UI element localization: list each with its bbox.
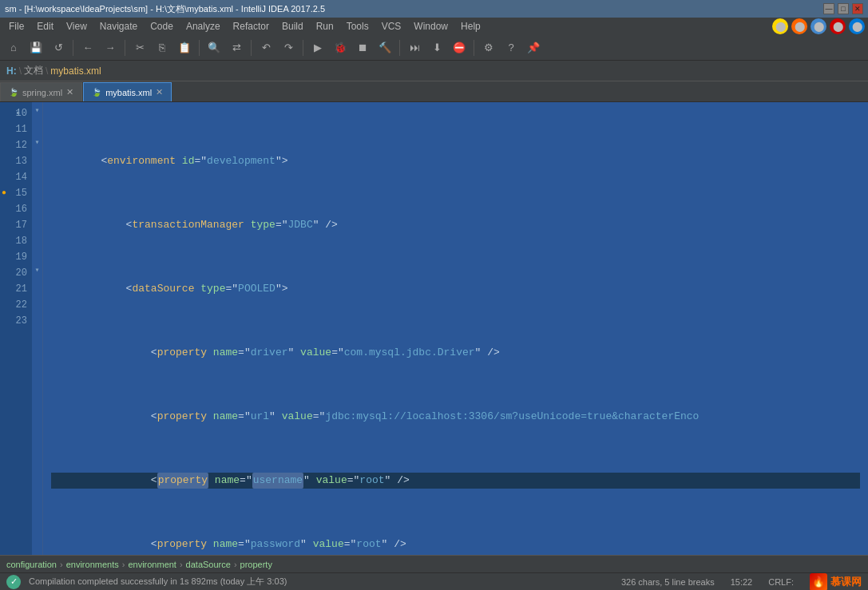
toolbar-step-over[interactable]: ⏭ bbox=[404, 38, 425, 58]
tab-mybatis-close[interactable]: ✕ bbox=[156, 87, 163, 97]
line-num-11: 11 bbox=[0, 121, 32, 137]
toolbar-separator-1 bbox=[73, 40, 73, 56]
spring-tab-icon: 🍃 bbox=[9, 88, 18, 97]
menu-refactor[interactable]: Refactor bbox=[228, 19, 275, 34]
menu-help[interactable]: Help bbox=[455, 19, 486, 34]
toolbar-replace[interactable]: ⇄ bbox=[226, 38, 247, 58]
breadcrumb-property[interactable]: property bbox=[240, 560, 272, 569]
breadcrumb-sep-1: › bbox=[60, 560, 63, 569]
fold-10[interactable]: ▾ bbox=[32, 102, 42, 118]
breadcrumb-environment[interactable]: environment bbox=[128, 560, 176, 569]
code-line-10: <environment id="development"> bbox=[51, 153, 860, 169]
toolbar-search[interactable]: 🔍 bbox=[204, 38, 224, 58]
safari-icon: ⬤ bbox=[811, 18, 826, 34]
line-num-12: 12 bbox=[0, 137, 32, 153]
chrome-icon: ⬤ bbox=[772, 18, 788, 34]
toolbar-step-into[interactable]: ⬇ bbox=[426, 38, 447, 58]
fold-17 bbox=[32, 214, 42, 230]
fold-20[interactable]: ▾ bbox=[32, 262, 42, 278]
toolbar-build[interactable]: 🔨 bbox=[375, 38, 395, 58]
toolbar-separator-5 bbox=[303, 40, 303, 56]
bottom-breadcrumb: configuration › environments › environme… bbox=[0, 555, 868, 572]
toolbar-extra[interactable]: 📌 bbox=[523, 38, 544, 58]
toolbar-separator-2 bbox=[125, 40, 125, 56]
path-sep-1: \ bbox=[19, 65, 22, 77]
window-controls: — □ ✕ bbox=[823, 3, 863, 14]
menu-window[interactable]: Window bbox=[408, 19, 454, 34]
menu-build[interactable]: Build bbox=[276, 19, 309, 34]
line-num-16: 16 bbox=[0, 201, 32, 217]
line-num-10: 10 bbox=[0, 105, 32, 121]
line-num-13: 13 bbox=[0, 153, 32, 169]
logo-icon: 🔥 bbox=[810, 573, 827, 591]
toolbar-help[interactable]: ? bbox=[501, 38, 521, 58]
toolbar-forward[interactable]: → bbox=[100, 38, 121, 58]
path-bar: H: \ 文档 \ mybatis.xml bbox=[0, 61, 868, 81]
menu-edit[interactable]: Edit bbox=[31, 19, 59, 34]
fold-16 bbox=[32, 198, 42, 214]
tab-spring-xml[interactable]: 🍃 spring.xml ✕ bbox=[0, 82, 82, 101]
fold-23 bbox=[32, 310, 42, 326]
title-bar: sm - [H:\workspace\IdeaProjects\sm] - H:… bbox=[0, 0, 868, 18]
maximize-button[interactable]: □ bbox=[838, 3, 849, 14]
line-num-19: 19 bbox=[0, 249, 32, 265]
ie-icon: ⬤ bbox=[849, 18, 865, 34]
menu-run[interactable]: Run bbox=[311, 19, 339, 34]
firefox-icon: ⬤ bbox=[791, 18, 807, 34]
toolbar-redo[interactable]: ↷ bbox=[278, 38, 299, 58]
status-encoding: CRLF: bbox=[768, 577, 794, 587]
toolbar-home[interactable]: ⌂ bbox=[3, 38, 24, 58]
toolbar-run[interactable]: ▶ bbox=[307, 38, 328, 58]
toolbar-stop[interactable]: ⏹ bbox=[352, 38, 373, 58]
menu-tools[interactable]: Tools bbox=[341, 19, 375, 34]
menu-analyze[interactable]: Analyze bbox=[180, 19, 226, 34]
tab-spring-close[interactable]: ✕ bbox=[66, 87, 73, 97]
line-num-18: 18 bbox=[0, 233, 32, 249]
breadcrumb-environments[interactable]: environments bbox=[66, 560, 119, 569]
code-line-11: <transactionManager type="JDBC" /> bbox=[51, 217, 860, 233]
toolbar-breakpoint[interactable]: ⛔ bbox=[449, 38, 470, 58]
code-line-13: <property name="driver" value="com.mysql… bbox=[51, 345, 860, 361]
code-editor[interactable]: <environment id="development"> <transact… bbox=[43, 102, 868, 555]
toolbar-debug[interactable]: 🐞 bbox=[330, 38, 351, 58]
menu-vcs[interactable]: VCS bbox=[376, 19, 407, 34]
tab-mybatis-xml[interactable]: 🍃 mybatis.xml ✕ bbox=[83, 82, 172, 101]
fold-gutter: ▾ ▾ ▾ bbox=[32, 102, 43, 555]
breadcrumb-datasource[interactable]: dataSource bbox=[186, 560, 231, 569]
fold-19 bbox=[32, 246, 42, 262]
breadcrumb-sep-4: › bbox=[234, 560, 237, 569]
toolbar-copy[interactable]: ⎘ bbox=[152, 38, 172, 58]
fold-22 bbox=[32, 294, 42, 310]
toolbar-settings[interactable]: ⚙ bbox=[478, 38, 499, 58]
mybatis-tab-icon: 🍃 bbox=[92, 88, 101, 97]
toolbar-separator-4 bbox=[251, 40, 252, 56]
toolbar-save[interactable]: 💾 bbox=[26, 38, 46, 58]
toolbar-separator-6 bbox=[399, 40, 400, 56]
fold-12[interactable]: ▾ bbox=[32, 134, 42, 150]
fold-18 bbox=[32, 230, 42, 246]
toolbar-undo[interactable]: ↶ bbox=[256, 38, 276, 58]
path-file: mybatis.xml bbox=[50, 65, 101, 77]
line-num-22: 22 bbox=[0, 297, 32, 313]
toolbar-sync[interactable]: ↺ bbox=[48, 38, 69, 58]
toolbar-paste[interactable]: 📋 bbox=[174, 38, 195, 58]
code-line-16: <property name="password" value="root" /… bbox=[51, 537, 860, 552]
path-docs: 文档 bbox=[24, 64, 43, 77]
toolbar: ⌂ 💾 ↺ ← → ✂ ⎘ 📋 🔍 ⇄ ↶ ↷ ▶ 🐞 ⏹ 🔨 ⏭ ⬇ ⛔ ⚙ … bbox=[0, 35, 868, 61]
minimize-button[interactable]: — bbox=[823, 3, 834, 14]
line-num-23: 23 bbox=[0, 313, 32, 329]
tabs-bar: 🍃 spring.xml ✕ 🍃 mybatis.xml ✕ bbox=[0, 81, 868, 102]
breadcrumb-sep-3: › bbox=[180, 560, 183, 569]
toolbar-separator-3 bbox=[199, 40, 200, 56]
menu-file[interactable]: File bbox=[3, 19, 30, 34]
toolbar-cut[interactable]: ✂ bbox=[129, 38, 150, 58]
menu-code[interactable]: Code bbox=[145, 19, 179, 34]
toolbar-back[interactable]: ← bbox=[77, 38, 98, 58]
logo-text: 慕课网 bbox=[830, 575, 862, 589]
fold-14 bbox=[32, 166, 42, 182]
menu-navigate[interactable]: Navigate bbox=[94, 19, 143, 34]
menu-view[interactable]: View bbox=[61, 19, 93, 34]
path-drive: H: bbox=[6, 65, 17, 77]
breadcrumb-configuration[interactable]: configuration bbox=[6, 560, 57, 569]
close-button[interactable]: ✕ bbox=[852, 3, 863, 14]
